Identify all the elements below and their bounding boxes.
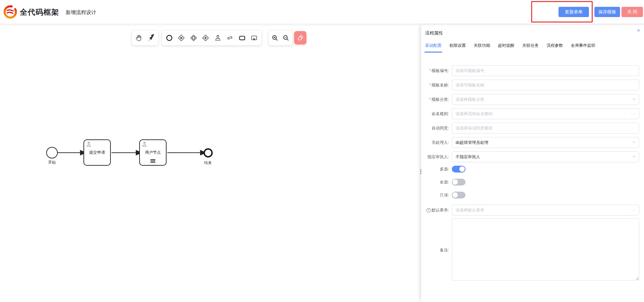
user-icon xyxy=(86,141,92,147)
field-label: 只读: xyxy=(421,192,452,198)
tab-timeout-reminder[interactable]: 超时提醒 xyxy=(498,43,514,53)
question-circle-icon: ? xyxy=(426,208,431,212)
app-title: 全代码框架 xyxy=(20,7,59,17)
start-event-label: 开始 xyxy=(42,160,62,165)
bpmn-start-event[interactable] xyxy=(46,147,58,159)
form-row: 自动同意: xyxy=(421,123,644,134)
form-row: 多选: xyxy=(421,166,644,173)
remark-textarea[interactable] xyxy=(452,218,639,280)
form-row: ? 默认表单: ··· xyxy=(421,205,644,216)
template-no-input[interactable] xyxy=(452,65,639,76)
tab-permission-settings[interactable]: 权限设置 xyxy=(449,43,466,53)
palette-group-zoom xyxy=(268,30,292,45)
form-row: 只读: xyxy=(421,192,644,198)
save-template-button[interactable]: 保存模板 xyxy=(594,7,620,17)
multi-select-toggle[interactable] xyxy=(452,166,465,173)
chevron-down-icon xyxy=(632,154,636,159)
bpmn-task-user-node[interactable]: 用户节点 xyxy=(139,139,167,166)
form-row: 无处理人: 由超级管理员处理 xyxy=(421,137,644,148)
naming-rule-input[interactable] xyxy=(452,108,639,119)
approver-select[interactable]: 不指定审批人 xyxy=(452,151,639,162)
zoom-in-icon[interactable] xyxy=(270,33,280,43)
bpmn-task-submit[interactable]: 提交申请 xyxy=(83,139,111,166)
tab-related-tasks[interactable]: 关联任务 xyxy=(522,43,539,53)
collapsed-subprocess-icon[interactable] xyxy=(249,33,259,43)
field-label: *模板编号: xyxy=(421,68,452,74)
form-row: 备注: xyxy=(421,219,644,281)
ellipsis-icon[interactable]: ··· xyxy=(631,108,636,119)
user-icon xyxy=(142,141,147,147)
parallel-gateway-icon[interactable] xyxy=(200,33,211,43)
tab-process-parameters[interactable]: 流程参数 xyxy=(547,43,563,53)
process-properties-panel: 流程属性 » 基础配置 权限设置 关联功能 超时提醒 关联任务 流程参数 全局事… xyxy=(421,24,644,302)
user-task-icon[interactable] xyxy=(213,33,223,43)
tab-global-event-listener[interactable]: 全局事件监听 xyxy=(571,43,595,53)
app-logo-icon xyxy=(3,4,18,19)
field-label: 多选: xyxy=(421,166,452,172)
panel-title: 流程属性 xyxy=(425,30,443,36)
field-label: 全选: xyxy=(421,179,452,185)
field-label: 无处理人: xyxy=(421,140,452,146)
chevron-down-icon xyxy=(632,97,636,101)
default-form-input[interactable] xyxy=(452,205,639,216)
close-button[interactable]: 关 闭 xyxy=(621,7,643,17)
template-name-input[interactable] xyxy=(452,80,639,91)
palette-group-tools xyxy=(132,30,158,45)
multi-instance-marker-icon xyxy=(150,159,155,163)
chevron-down-icon xyxy=(632,140,636,144)
basic-config-form: *模板编号: *模板名称: *模板分类: 请选择模板分类 命名规则: ··· xyxy=(421,65,644,281)
tab-related-functions[interactable]: 关联功能 xyxy=(474,43,490,53)
panel-tabs: 基础配置 权限设置 关联功能 超时提醒 关联任务 流程参数 全局事件监听 xyxy=(425,43,603,53)
field-label: ? 默认表单: xyxy=(421,207,452,213)
form-row: *模板名称: xyxy=(421,80,644,91)
field-label: 命名规则: xyxy=(421,111,452,117)
start-event-icon[interactable] xyxy=(164,33,174,43)
diagram-layer: 开始 提交申请 用户节点 结束 xyxy=(0,24,420,302)
task-label: 用户节点 xyxy=(145,150,161,155)
form-row: 命名规则: ··· xyxy=(421,108,644,119)
end-event-label: 结束 xyxy=(198,160,218,165)
app-header: 全代码框架 新增流程设计 更新表单 保存模板 关 闭 xyxy=(0,0,644,24)
ellipsis-icon[interactable]: ··· xyxy=(631,205,636,216)
global-connect-tool-icon[interactable] xyxy=(146,33,156,43)
field-label: 指定审批人: xyxy=(421,154,452,160)
bpmn-canvas[interactable]: 开始 提交申请 用户节点 结束 xyxy=(0,24,420,302)
field-label: *模板名称: xyxy=(421,82,452,88)
template-category-select[interactable]: 请选择模板分类 xyxy=(452,94,639,105)
form-row: 全选: xyxy=(421,179,644,186)
inclusive-gateway-icon[interactable] xyxy=(188,33,199,43)
bpmn-end-event[interactable] xyxy=(203,148,213,157)
exclusive-gateway-icon[interactable] xyxy=(176,33,186,43)
script-task-icon[interactable] xyxy=(225,33,235,43)
task-icon[interactable] xyxy=(237,33,247,43)
palette-group-shapes xyxy=(162,30,262,45)
zoom-out-icon[interactable] xyxy=(281,33,291,43)
auto-agree-input[interactable] xyxy=(452,123,639,134)
form-row: 指定审批人: 不指定审批人 xyxy=(421,151,644,162)
field-label: 备注: xyxy=(421,247,452,253)
read-only-toggle[interactable] xyxy=(452,192,465,198)
hand-tool-icon[interactable] xyxy=(134,33,144,43)
field-label: 自动同意: xyxy=(421,125,452,131)
form-row: *模板编号: xyxy=(421,65,644,76)
clear-canvas-button[interactable] xyxy=(294,31,306,44)
update-form-button[interactable]: 更新表单 xyxy=(558,7,589,17)
task-label: 提交申请 xyxy=(89,150,105,155)
page-title: 新增流程设计 xyxy=(66,9,96,16)
select-all-toggle[interactable] xyxy=(452,179,465,186)
collapse-panel-icon[interactable]: » xyxy=(637,27,640,33)
no-handler-select[interactable]: 由超级管理员处理 xyxy=(452,137,639,148)
brush-icon xyxy=(297,34,304,42)
field-label: *模板分类: xyxy=(421,97,452,102)
form-row: *模板分类: 请选择模板分类 xyxy=(421,94,644,105)
tab-basic-config[interactable]: 基础配置 xyxy=(425,43,442,53)
